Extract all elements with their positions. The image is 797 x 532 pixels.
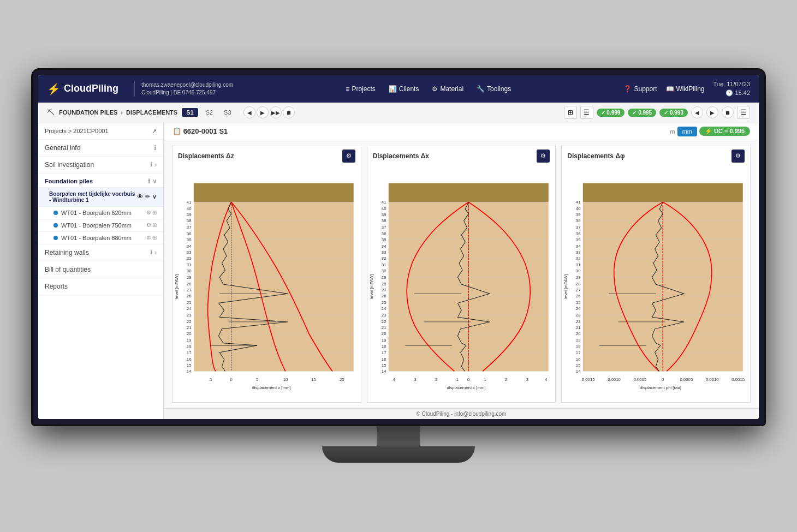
nav-controls: ◀ ▶ ▶▶ ⏹: [243, 106, 295, 118]
expand-icon[interactable]: ›: [154, 161, 157, 169]
unit-mm-btn[interactable]: mm: [677, 127, 697, 136]
pile-dot: [53, 223, 58, 228]
svg-text:15: 15: [382, 362, 386, 367]
support-link[interactable]: ❓ Support: [623, 85, 657, 93]
prev-btn[interactable]: ◀: [243, 106, 255, 118]
svg-text:0.0005: 0.0005: [680, 376, 693, 381]
svg-text:27: 27: [187, 287, 192, 292]
eye-icon[interactable]: 👁: [137, 193, 143, 200]
prev-record-btn[interactable]: ◀: [691, 106, 703, 118]
sidebar-sub-item-620[interactable]: WT01 - Boorpalen 620mm ⚙ ⊞: [38, 207, 163, 219]
svg-text:38: 38: [187, 218, 192, 223]
chart-header: 📋 6620-0001 S1 m mm ⚡ UC = 0.995: [164, 123, 759, 140]
table-icon[interactable]: ⊞: [152, 235, 157, 241]
svg-text:30: 30: [382, 268, 386, 273]
settings-icon[interactable]: ⚙: [146, 222, 151, 228]
svg-text:14: 14: [187, 368, 192, 373]
svg-text:34: 34: [187, 243, 192, 248]
expand-icon[interactable]: ›: [154, 249, 157, 256]
svg-text:5: 5: [256, 376, 258, 381]
chart-svg-3: 41 40 39 38 37 36 35 34 33: [562, 166, 750, 403]
table-icon[interactable]: ⊞: [152, 210, 157, 216]
footer-text: © CloudPiling - info@cloudpiling.com: [417, 411, 507, 417]
svg-text:21: 21: [382, 325, 386, 330]
list-icon-btn[interactable]: ☰: [580, 106, 593, 119]
svg-text:26: 26: [187, 294, 192, 298]
settings-icon[interactable]: ⚙: [146, 235, 151, 241]
stop-btn[interactable]: ⏹: [283, 106, 295, 118]
nav-projects[interactable]: ≡ Projects: [346, 85, 375, 93]
metric-badge-3: ✓ 0.993: [659, 109, 688, 117]
unit-m[interactable]: m: [670, 128, 675, 135]
svg-text:23: 23: [576, 312, 581, 317]
sidebar-item-bill-of-quantities[interactable]: Bill of quantities: [38, 261, 163, 278]
svg-text:15: 15: [576, 362, 581, 367]
sidebar-sub-group: Boorpalen met tijdelijke voerbuis - Wind…: [38, 188, 163, 207]
user-info: thomas.zwaenepoel@cloudpiling.com CloudP…: [134, 81, 233, 97]
svg-text:15: 15: [311, 376, 316, 381]
svg-text:24: 24: [187, 306, 192, 311]
play-btn[interactable]: ▶: [257, 106, 269, 118]
svg-text:40: 40: [576, 206, 581, 211]
pile-icon: ⛏: [47, 108, 55, 117]
nav-material[interactable]: ⚙ Material: [432, 85, 463, 93]
svg-text:35: 35: [382, 237, 386, 242]
sidebar-item-retaining-walls[interactable]: Retaining walls ℹ ›: [38, 244, 163, 261]
next-btn[interactable]: ▶▶: [270, 106, 282, 118]
svg-text:0.0010: 0.0010: [706, 376, 719, 381]
sidebar-item-reports[interactable]: Reports: [38, 278, 163, 295]
breadcrumb: FOUNDATION PILES › DISPLACEMENTS: [59, 109, 177, 116]
next-record-btn[interactable]: ▶: [706, 106, 718, 118]
svg-text:36: 36: [382, 231, 386, 236]
nav-toolings[interactable]: 🔧 Toolings: [477, 85, 511, 93]
svg-text:17: 17: [382, 350, 386, 355]
chevron-icon[interactable]: ∨: [152, 193, 157, 200]
sidebar-item-general-info[interactable]: General info ℹ: [38, 140, 163, 157]
collapse-chevron[interactable]: ∨: [152, 178, 157, 185]
svg-rect-1: [194, 202, 354, 371]
sidebar-section-foundation-piles[interactable]: Foundation piles ℹ ∨: [38, 174, 163, 188]
sidebar: Projects > 2021CP0001 ↗ General info ℹ S…: [38, 123, 164, 420]
svg-text:36: 36: [187, 231, 192, 236]
sidebar-sub-item-880[interactable]: WT01 - Boorpalen 880mm ⚙ ⊞: [38, 232, 163, 244]
menu-btn[interactable]: ☰: [737, 106, 750, 119]
svg-text:20: 20: [382, 331, 386, 336]
svg-text:1: 1: [484, 376, 486, 381]
logo-icon: ⚡: [47, 82, 61, 95]
nav-clients[interactable]: 📊 Clients: [389, 85, 419, 93]
svg-text:21: 21: [576, 325, 581, 330]
record-label: 6620-0001 S1: [183, 127, 228, 135]
svg-text:-1: -1: [455, 376, 459, 381]
sidebar-sub-item-750[interactable]: WT01 - Boorpalen 750mm ⚙ ⊞: [38, 219, 163, 232]
svg-text:41: 41: [187, 199, 192, 204]
chart-delta-phi: Displacements Δφ ⚙: [561, 146, 751, 403]
view-icon-btn[interactable]: ⊞: [564, 106, 577, 119]
chart-settings-btn-2[interactable]: ⚙: [537, 150, 550, 163]
table-icon[interactable]: ⊞: [152, 222, 157, 228]
chart-svg-1: 41 40 39 38 37 36 35 34 33: [173, 166, 361, 403]
svg-text:15: 15: [187, 362, 192, 367]
charts-row: Displacements Δz ⚙: [164, 140, 759, 409]
collapse-icon[interactable]: ↗: [152, 128, 157, 135]
svg-text:20: 20: [340, 376, 344, 381]
svg-text:36: 36: [576, 231, 581, 236]
sidebar-item-soil-investigation[interactable]: Soil investigation ℹ ›: [38, 157, 163, 174]
info-icon: ℹ: [150, 161, 152, 168]
settings-icon[interactable]: ⚙: [146, 210, 151, 216]
svg-text:19: 19: [382, 338, 386, 343]
svg-text:34: 34: [382, 243, 386, 248]
chart-settings-btn-1[interactable]: ⚙: [342, 150, 355, 163]
last-record-btn[interactable]: ⏹: [722, 106, 734, 118]
tab-s2[interactable]: S2: [203, 108, 216, 117]
wiki-link[interactable]: 📖 WikiPiling: [666, 85, 705, 93]
tab-s1[interactable]: S1: [182, 108, 198, 117]
tab-s3[interactable]: S3: [221, 108, 234, 117]
time: 🕐 15:42: [713, 89, 750, 97]
svg-text:24: 24: [576, 306, 581, 311]
chart-settings-btn-3[interactable]: ⚙: [731, 150, 745, 163]
chart-svg-2: 41 40 39 38 37 36 35 34 33: [367, 166, 556, 403]
svg-text:33: 33: [576, 249, 581, 254]
chart-title-2: Displacements Δx: [373, 152, 429, 160]
unit-toggle: m mm ⚡ UC = 0.995: [670, 127, 750, 136]
edit-icon[interactable]: ✏: [145, 193, 150, 200]
